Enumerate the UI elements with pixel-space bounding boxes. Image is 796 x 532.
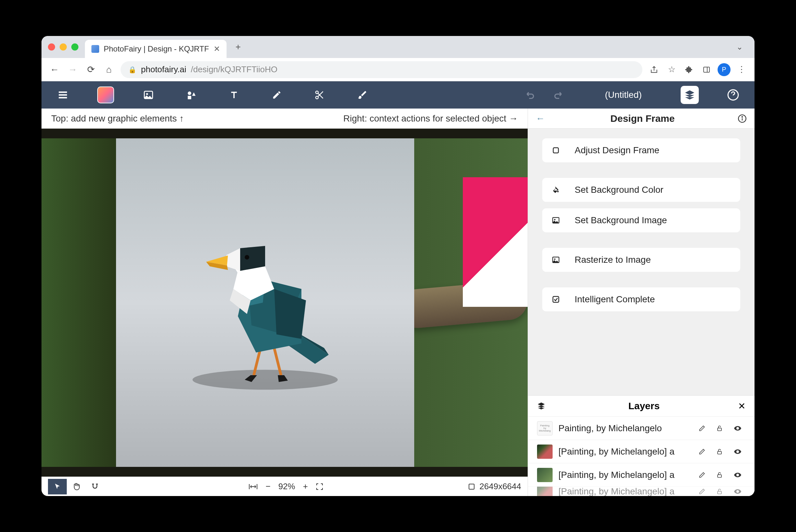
- svg-point-33: [245, 255, 249, 260]
- tabs-overflow-icon[interactable]: ⌄: [736, 42, 748, 52]
- action-label: Rasterize to Image: [575, 255, 651, 265]
- layer-visibility-icon[interactable]: [734, 424, 745, 432]
- tab-close-icon[interactable]: ✕: [213, 44, 220, 54]
- layers-panel: Layers ✕ PaintingbyMichelang Painting, b…: [528, 395, 755, 496]
- window-controls: [48, 43, 85, 51]
- canvas[interactable]: [41, 129, 528, 477]
- layer-name: [Painting, by Michelangelo] a: [558, 446, 693, 457]
- svg-point-45: [554, 259, 555, 260]
- hint-right-text: Right: context actions for selected obje…: [343, 113, 506, 124]
- layer-edit-icon[interactable]: [699, 488, 710, 495]
- canvas-footer: − 92% + 2649x6644: [41, 477, 528, 496]
- svg-rect-37: [469, 484, 474, 489]
- layers-title: Layers: [550, 400, 738, 412]
- layer-thumbnail: [537, 486, 553, 496]
- canvas-dimensions: 2649x6644: [479, 481, 521, 492]
- brush-tool-icon[interactable]: [354, 87, 371, 103]
- draw-tool-icon[interactable]: [268, 87, 285, 103]
- info-icon[interactable]: [738, 114, 747, 123]
- svg-point-11: [316, 96, 318, 99]
- layer-edit-icon[interactable]: [699, 425, 710, 432]
- hint-left-text: Top: add new graphic elements: [51, 113, 177, 124]
- layer-lock-icon[interactable]: [716, 472, 728, 478]
- shapes-tool-icon[interactable]: [183, 87, 200, 103]
- layer-lock-icon[interactable]: [716, 488, 728, 495]
- window-close[interactable]: [48, 43, 55, 51]
- layer-row[interactable]: PaintingbyMichelang Painting, by Michela…: [528, 416, 755, 440]
- design-frame[interactable]: [116, 138, 414, 467]
- hint-bar: Top: add new graphic elements ↑ Right: c…: [41, 109, 528, 129]
- svg-marker-8: [192, 92, 196, 96]
- url-path: /design/kQJRTFTiioHO: [191, 64, 278, 75]
- extensions-icon[interactable]: [683, 63, 696, 76]
- app-toolbar: (Untitled): [41, 81, 755, 109]
- action-label: Set Background Image: [575, 215, 667, 226]
- layer-edit-icon[interactable]: [699, 472, 710, 478]
- kebab-menu-icon[interactable]: ⋮: [735, 63, 748, 76]
- canvas-tool-icon[interactable]: [97, 87, 114, 103]
- window-maximize[interactable]: [71, 43, 78, 51]
- action-label: Intelligent Complete: [575, 294, 655, 305]
- new-tab-button[interactable]: +: [235, 42, 241, 52]
- bg-color-action[interactable]: Set Background Color: [542, 178, 740, 202]
- image-tool-icon[interactable]: [140, 87, 157, 103]
- nav-home-button[interactable]: ⌂: [102, 63, 115, 76]
- layer-lock-icon[interactable]: [716, 425, 728, 432]
- menu-icon[interactable]: [54, 87, 71, 103]
- panel-back-button[interactable]: ←: [536, 113, 547, 124]
- image-icon: [550, 216, 562, 225]
- svg-rect-49: [718, 475, 721, 477]
- fit-width-icon[interactable]: [249, 483, 258, 491]
- nav-back-button[interactable]: ←: [48, 63, 61, 76]
- layer-row[interactable]: [Painting, by Michelangelo] a: [528, 463, 755, 486]
- text-tool-icon[interactable]: [226, 87, 242, 103]
- browser-tab[interactable]: PhotoFairy | Design - KQJRTF ✕: [85, 40, 227, 58]
- frame-icon[interactable]: [468, 483, 475, 491]
- layer-lock-icon[interactable]: [716, 449, 728, 455]
- layers-close-icon[interactable]: ✕: [738, 401, 745, 412]
- paint-bucket-icon: [550, 186, 562, 194]
- snap-tool-button[interactable]: [86, 479, 105, 494]
- adjust-frame-action[interactable]: Adjust Design Frame: [542, 138, 740, 162]
- window-minimize[interactable]: [60, 43, 67, 51]
- undo-button[interactable]: [523, 87, 539, 103]
- bg-image-action[interactable]: Set Background Image: [542, 208, 740, 232]
- layer-visibility-icon[interactable]: [734, 448, 745, 456]
- checkbox-checked-icon: [550, 296, 562, 303]
- panel-header: ← Design Frame: [528, 109, 755, 129]
- nav-forward-button[interactable]: →: [66, 63, 79, 76]
- layers-toggle-icon[interactable]: [681, 86, 699, 104]
- square-icon: [550, 147, 562, 154]
- nav-reload-button[interactable]: ⟳: [84, 63, 97, 76]
- layer-row[interactable]: [Painting, by Michelangelo] a: [528, 486, 755, 496]
- share-icon[interactable]: [648, 63, 661, 76]
- zoom-out-button[interactable]: −: [265, 481, 270, 492]
- lock-icon: 🔒: [128, 66, 136, 74]
- layer-name: Painting, by Michelangelo: [558, 423, 693, 434]
- action-label: Adjust Design Frame: [575, 145, 659, 155]
- zoom-in-button[interactable]: +: [303, 481, 308, 492]
- sidepanel-icon[interactable]: [700, 63, 713, 76]
- cut-tool-icon[interactable]: [311, 87, 328, 103]
- layer-visibility-icon[interactable]: [734, 488, 745, 495]
- redo-button[interactable]: [549, 87, 566, 103]
- svg-rect-9: [188, 96, 191, 99]
- design-title[interactable]: (Untitled): [605, 90, 642, 100]
- hand-tool-button[interactable]: [67, 479, 86, 494]
- bookmark-icon[interactable]: ☆: [665, 63, 678, 76]
- layer-visibility-icon[interactable]: [734, 471, 745, 479]
- layer-row[interactable]: [Painting, by Michelangelo] a: [528, 440, 755, 463]
- fullscreen-icon[interactable]: [316, 483, 323, 491]
- pointer-tool-button[interactable]: [48, 479, 67, 494]
- url-input[interactable]: 🔒 photofairy.ai/design/kQJRTFTiioHO: [120, 61, 642, 78]
- help-icon[interactable]: [725, 87, 742, 103]
- profile-avatar[interactable]: P: [718, 63, 731, 76]
- intelligent-complete-action[interactable]: Intelligent Complete: [542, 287, 740, 311]
- layers-icon: [537, 402, 550, 410]
- svg-point-43: [554, 219, 555, 220]
- layer-name: [Painting, by Michelangelo] a: [558, 486, 693, 496]
- rasterize-action[interactable]: Rasterize to Image: [542, 248, 740, 272]
- arrow-up-icon: ↑: [179, 113, 184, 124]
- layer-edit-icon[interactable]: [699, 449, 710, 455]
- image-icon: [550, 255, 562, 264]
